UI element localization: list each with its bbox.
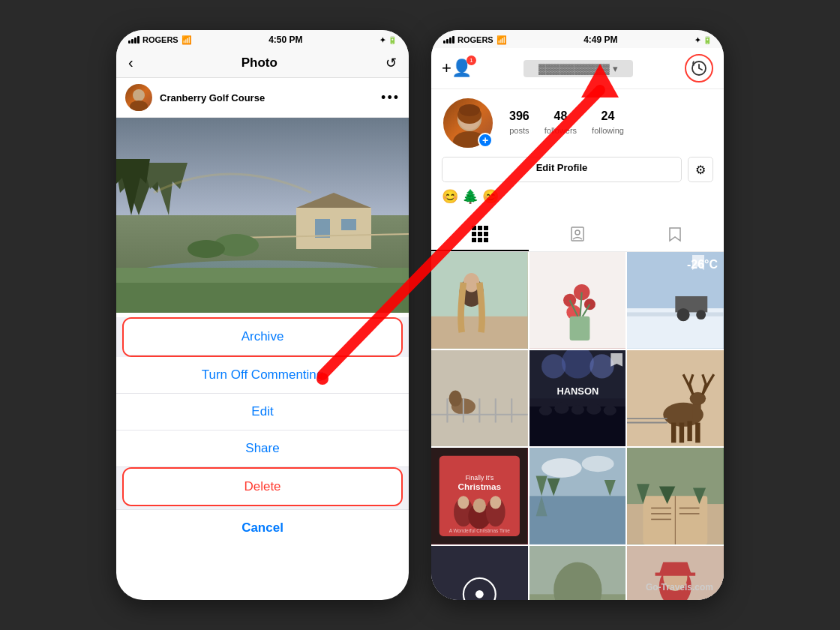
svg-point-14 xyxy=(188,240,225,258)
svg-point-1 xyxy=(130,100,148,111)
svg-point-71 xyxy=(586,403,601,414)
settings-icon: ⚙ xyxy=(695,163,706,177)
svg-point-117 xyxy=(476,590,484,598)
right-signal-bars xyxy=(443,36,454,44)
svg-text:A Wonderful Christmas Time: A Wonderful Christmas Time xyxy=(449,528,511,533)
svg-rect-27 xyxy=(478,232,482,236)
svg-point-64 xyxy=(542,354,566,378)
photo-grid: -26°C xyxy=(431,252,724,544)
following-count: 24 xyxy=(592,110,624,123)
right-carrier: ROGERS 📶 xyxy=(443,35,507,45)
svg-point-51 xyxy=(677,308,690,321)
grid-cell-11[interactable] xyxy=(530,546,626,600)
svg-rect-80 xyxy=(693,402,701,418)
grid-cell-8[interactable] xyxy=(530,448,626,544)
svg-rect-29 xyxy=(472,238,476,242)
svg-point-69 xyxy=(554,402,568,413)
svg-point-93 xyxy=(490,496,501,509)
grid-cell-4[interactable] xyxy=(431,350,528,447)
signal-bars xyxy=(128,36,140,44)
battery-icon: 🔋 xyxy=(388,36,397,44)
svg-rect-78 xyxy=(688,421,692,441)
followers-count: 48 xyxy=(544,110,577,123)
turn-off-commenting-button[interactable]: Turn Off Commenting xyxy=(116,357,409,394)
post-photo xyxy=(116,118,409,313)
profile-actions: Edit Profile ⚙ xyxy=(442,157,713,182)
posts-label: posts xyxy=(509,126,529,135)
svg-point-52 xyxy=(697,310,706,320)
svg-point-92 xyxy=(473,499,486,513)
delete-button[interactable]: Delete xyxy=(124,469,401,505)
left-carrier: ROGERS 📶 xyxy=(128,35,192,45)
svg-text:Christmas: Christmas xyxy=(458,482,502,491)
settings-button[interactable]: ⚙ xyxy=(688,157,713,182)
svg-rect-10 xyxy=(315,219,330,238)
right-status-icons: ✦ 🔋 xyxy=(694,36,712,44)
right-phone: ROGERS 📶 4:49 PM ✦ 🔋 +👤 1 ▓▓▓▓▓▓▓▓▓▓ ▾ xyxy=(431,30,724,600)
archive-history-button[interactable] xyxy=(685,54,713,82)
grid-tab-portrait[interactable] xyxy=(529,218,626,251)
svg-rect-77 xyxy=(680,422,684,442)
svg-point-66 xyxy=(590,354,614,378)
posts-count: 396 xyxy=(509,110,530,123)
grid-cell-7[interactable]: Finally It's Christmas A Wonderful Chris… xyxy=(431,448,528,544)
edit-profile-button[interactable]: Edit Profile xyxy=(442,157,682,182)
right-wifi-icon: 📶 xyxy=(496,35,507,45)
carrier-label: ROGERS xyxy=(142,35,178,44)
svg-rect-9 xyxy=(296,208,371,249)
back-button[interactable]: ‹ xyxy=(128,54,134,71)
svg-rect-16 xyxy=(116,283,409,313)
svg-rect-43 xyxy=(569,316,590,340)
svg-rect-76 xyxy=(671,422,676,442)
grid-cell-1[interactable] xyxy=(431,252,528,349)
refresh-icon[interactable]: ↺ xyxy=(386,55,397,71)
svg-rect-25 xyxy=(484,226,488,230)
svg-rect-26 xyxy=(472,232,476,236)
add-story-button[interactable]: + xyxy=(478,133,493,148)
svg-point-70 xyxy=(571,405,584,415)
following-label: following xyxy=(592,126,624,135)
profile-top: + 396 posts 48 followers 24 following xyxy=(442,97,713,149)
svg-point-98 xyxy=(581,456,614,472)
grid-tab-bookmark[interactable] xyxy=(626,218,724,251)
username-dropdown[interactable]: ▓▓▓▓▓▓▓▓▓▓ ▾ xyxy=(524,60,633,77)
grid-tab-grid[interactable] xyxy=(431,218,529,251)
grid-cell-5[interactable]: HANSON xyxy=(530,350,626,447)
add-person-button[interactable]: +👤 1 xyxy=(442,58,472,78)
bluetooth-icon: ✦ xyxy=(380,36,386,44)
svg-rect-28 xyxy=(484,232,488,236)
right-carrier-label: ROGERS xyxy=(458,35,494,44)
svg-rect-30 xyxy=(478,238,482,242)
following-stat: 24 following xyxy=(592,110,624,136)
grid-cell-2[interactable] xyxy=(530,252,626,349)
svg-point-72 xyxy=(603,406,616,416)
instagram-header: +👤 1 ▓▓▓▓▓▓▓▓▓▓ ▾ xyxy=(431,48,724,89)
right-bluetooth-icon: ✦ xyxy=(694,36,700,44)
followers-label: followers xyxy=(544,126,577,135)
right-time: 4:49 PM xyxy=(584,34,617,45)
profile-section: + 396 posts 48 followers 24 following xyxy=(431,89,724,218)
notification-badge: 1 xyxy=(466,56,476,65)
post-header: Cranberry Golf Course ••• xyxy=(116,78,409,118)
share-button[interactable]: Share xyxy=(116,430,409,467)
svg-text:HANSON: HANSON xyxy=(556,386,598,397)
post-avatar xyxy=(125,84,152,111)
edit-button[interactable]: Edit xyxy=(116,394,409,430)
more-button[interactable]: ••• xyxy=(381,90,400,106)
grid-tabs xyxy=(431,218,724,252)
left-time: 4:50 PM xyxy=(268,34,302,45)
svg-text:Finally It's: Finally It's xyxy=(465,474,494,482)
svg-rect-23 xyxy=(472,226,476,230)
left-status-bar: ROGERS 📶 4:50 PM ✦ 🔋 xyxy=(116,30,409,48)
grid-cell-9[interactable] xyxy=(627,448,724,544)
grid-cell-10[interactable]: 📷 xyxy=(431,546,528,600)
cancel-button[interactable]: Cancel xyxy=(116,509,409,546)
grid-cell-3[interactable]: -26°C xyxy=(627,252,724,349)
svg-point-33 xyxy=(575,230,580,235)
action-sheet: Archive Turn Off Commenting Edit Share D… xyxy=(116,317,409,546)
archive-button[interactable]: Archive xyxy=(124,319,401,356)
right-battery-icon: 🔋 xyxy=(703,36,712,44)
grid-cell-6[interactable] xyxy=(627,350,724,447)
svg-rect-49 xyxy=(627,312,724,316)
svg-rect-11 xyxy=(341,219,356,230)
